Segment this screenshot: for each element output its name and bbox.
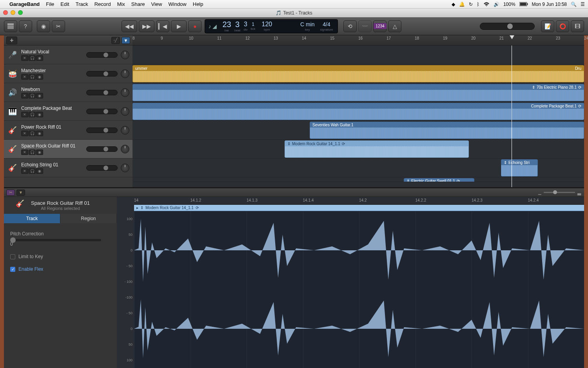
track-lane[interactable]: ⇕Echoing Stri [132, 158, 584, 177]
editors-button[interactable]: ✂ [52, 20, 65, 32]
track-volume-slider[interactable] [86, 109, 118, 114]
solo-button[interactable]: 🎧 [29, 55, 36, 61]
input-monitor-button[interactable]: ◉ [36, 93, 43, 98]
mute-button[interactable]: ✕ [21, 168, 28, 174]
play-icon[interactable]: ▸ [136, 206, 138, 210]
menu-record[interactable]: Record [94, 1, 111, 7]
track-lane[interactable]: Complete Package Beat.1⟳ [132, 102, 584, 121]
forward-button[interactable]: ▶▶ [139, 20, 154, 32]
track-lane[interactable]: Seventies Wah Guitar.1 [132, 121, 584, 140]
media-browser-button[interactable]: 🎞 [571, 20, 584, 32]
editor-ruler[interactable]: 1414.1.214.1.314.1.414.214.2.214.2.314.2… [134, 197, 584, 205]
track-volume-slider[interactable] [86, 165, 118, 171]
timemachine-icon[interactable]: ↻ [469, 2, 473, 7]
zoom-in-icon[interactable]: ▃ [577, 190, 581, 195]
menu-help[interactable]: Help [193, 1, 203, 7]
app-menu[interactable]: GarageBand [9, 1, 40, 7]
solo-button[interactable]: 🎧 [29, 93, 36, 98]
editor-horizontal-zoom[interactable] [544, 192, 575, 193]
spotlight-icon[interactable]: 🔍 [571, 2, 577, 7]
solo-button[interactable]: 🎧 [29, 149, 36, 155]
track-lane[interactable]: ⇕Electric Guitar Swell 01.1⟳ [132, 177, 584, 182]
pan-knob[interactable] [121, 51, 129, 59]
library-button[interactable] [4, 20, 17, 32]
pitch-correction-slider[interactable] [10, 239, 101, 241]
lcd-display[interactable]: ♪ ◢ 23bar 3beat 3div 1tick 120bpm C mink… [205, 19, 338, 33]
track-lane[interactable] [132, 46, 584, 64]
master-volume-slider[interactable] [480, 23, 535, 30]
wifi-icon[interactable] [483, 2, 490, 7]
rewind-button[interactable]: ◀◀ [122, 20, 137, 32]
input-monitor-button[interactable]: ◉ [36, 149, 43, 155]
audio-region[interactable]: ⇕Echoing Stri [501, 159, 538, 177]
notepad-button[interactable]: 📝 [541, 20, 554, 32]
audio-region[interactable]: ⇕Electric Guitar Swell 01.1⟳ [404, 178, 474, 182]
notifications-icon[interactable]: 🔔 [459, 2, 465, 7]
track-header[interactable]: 🎸 Power Rock Riff 01 ✕ 🎧 ◉ [4, 121, 132, 140]
menu-view[interactable]: View [151, 1, 162, 7]
solo-button[interactable]: 🎧 [29, 168, 36, 174]
cycle-button[interactable]: ⟲ [343, 20, 357, 32]
audio-region[interactable]: ⇕70s Electric Piano 28.1⟳ [132, 84, 584, 101]
menu-track[interactable]: Track [76, 1, 88, 7]
editor-scissors-button[interactable]: ✂ [6, 189, 15, 196]
audio-region[interactable]: Seventies Wah Guitar.1 [310, 122, 584, 139]
solo-button[interactable]: 🎧 [29, 131, 36, 136]
track-header[interactable]: 🔊 Newborn ✕ 🎧 ◉ [4, 83, 132, 102]
bluetooth-icon[interactable]: ᛒ [477, 2, 479, 7]
mute-button[interactable]: ✕ [21, 74, 28, 80]
mute-button[interactable]: ✕ [21, 112, 28, 117]
solo-button[interactable]: 🎧 [29, 74, 36, 80]
catch-playhead-button[interactable]: ▼ [122, 37, 130, 44]
pan-knob[interactable] [121, 145, 129, 153]
audio-region-selected[interactable]: ⇕Modern Rock Guitar 14_1.1⟳ [285, 140, 469, 158]
track-header[interactable]: 🎹 Complete Package Beat ✕ 🎧 ◉ [4, 102, 132, 121]
tab-region[interactable]: Region [60, 214, 117, 223]
mute-button[interactable]: ✕ [21, 55, 28, 61]
window-close[interactable] [3, 10, 8, 15]
play-button[interactable]: ▶ [171, 20, 187, 32]
mute-button[interactable]: ✕ [21, 131, 28, 136]
menu-edit[interactable]: Edit [60, 1, 69, 7]
track-volume-slider[interactable] [86, 52, 118, 58]
smart-controls-button[interactable]: ◉ [37, 20, 50, 32]
track-volume-slider[interactable] [86, 146, 118, 152]
clock[interactable]: Mon 9 Jun 10:58 [532, 2, 567, 7]
input-monitor-button[interactable]: ◉ [36, 131, 43, 136]
metronome-button[interactable]: △ [388, 20, 401, 32]
pan-knob[interactable] [121, 69, 129, 78]
volume-icon[interactable]: 🔊 [494, 2, 499, 7]
window-minimize[interactable] [11, 10, 15, 15]
menu-file[interactable]: File [46, 1, 54, 7]
track-lane[interactable]: ⇕70s Electric Piano 28.1⟳ [132, 83, 584, 102]
audio-region[interactable]: ummerDru [132, 65, 584, 82]
editor-catch-button[interactable]: ▼ [16, 189, 25, 196]
window-zoom[interactable] [18, 10, 23, 15]
track-volume-slider[interactable] [86, 71, 118, 77]
input-monitor-button[interactable]: ◉ [36, 55, 43, 61]
loop-browser-button[interactable]: ⭕ [556, 20, 569, 32]
pan-knob[interactable] [121, 88, 129, 97]
go-to-start-button[interactable]: ▎◀ [156, 20, 169, 32]
track-header[interactable]: 🎸 Echoing String 01 ✕ 🎧 ◉ [4, 158, 132, 177]
input-monitor-button[interactable]: ◉ [36, 74, 43, 80]
track-header[interactable]: 🎸 Space Rock Guitar Riff 01 ✕ 🎧 ◉ [4, 140, 132, 158]
track-volume-slider[interactable] [86, 90, 118, 95]
tuner-button[interactable]: 〰 [358, 20, 372, 32]
menu-window[interactable]: Window [169, 1, 187, 7]
track-header[interactable]: 🥁 Manchester ✕ 🎧 ◉ [4, 64, 132, 83]
automation-button[interactable]: ◦╱ [111, 37, 120, 44]
input-monitor-button[interactable]: ◉ [36, 168, 43, 174]
evernote-icon[interactable]: ◆ [452, 2, 455, 7]
mute-button[interactable]: ✕ [21, 93, 28, 98]
enable-flex-checkbox[interactable]: ✓Enable Flex [10, 266, 111, 272]
track-volume-slider[interactable] [86, 128, 118, 133]
zoom-out-icon[interactable]: ▁ [538, 190, 541, 195]
pan-knob[interactable] [121, 164, 129, 172]
quick-help-button[interactable]: ? [19, 20, 32, 32]
waveform-display[interactable] [134, 211, 584, 368]
record-button[interactable]: ● [188, 20, 201, 32]
playhead[interactable] [512, 46, 512, 187]
timeline[interactable]: 89101112131415161718192021222324 ummerDr… [132, 35, 584, 187]
track-header[interactable]: 🎤 Natural Vocal ✕ 🎧 ◉ [4, 46, 132, 64]
